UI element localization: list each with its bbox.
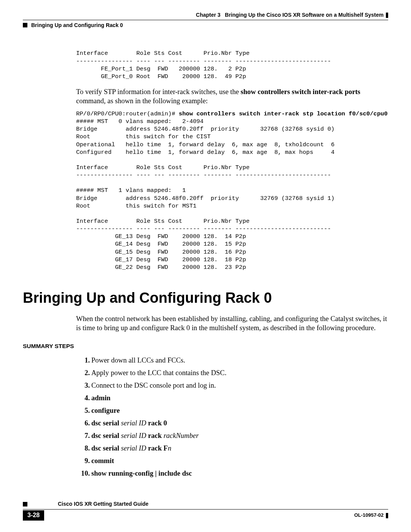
guide-title: Cisco IOS XR Getting Started Guide: [58, 501, 148, 507]
cli-output: ##### MST 0 vlans mapped: 2-4094 Bridge …: [76, 118, 335, 271]
step-item: dsc serial serial ID rack Fn: [91, 444, 388, 453]
section-heading: Bringing Up and Configuring Rack 0: [23, 289, 388, 307]
step-item: Power down all LCCs and FCCs.: [91, 356, 388, 365]
cli-command: show controllers switch inter-rack stp l…: [179, 110, 388, 117]
cli-prompt: RP/0/RP0/CPU0:router(admin)#: [76, 110, 179, 117]
inline-command: show controllers switch inter-rack ports: [241, 88, 360, 96]
intro-paragraph: When the control network has been establ…: [76, 314, 388, 332]
summary-steps-label: SUMMARY STEPS: [23, 342, 388, 350]
step-item: dsc serial serial ID rack rackNumber: [91, 431, 388, 440]
step-item: Apply power to the LCC that contains the…: [91, 368, 388, 377]
doc-id: OL-10957-02: [354, 512, 388, 519]
step-item: show running-config | include dsc: [91, 469, 388, 478]
step-item: configure: [91, 406, 388, 415]
summary-steps-list: Power down all LCCs and FCCs. Apply powe…: [76, 356, 388, 478]
running-header-left: Bringing Up and Configuring Rack 0: [23, 20, 388, 29]
running-header-right: Chapter 3 Bringing Up the Cisco IOS XR S…: [23, 11, 388, 18]
footer-square-icon: [23, 502, 27, 506]
step-item: Connect to the DSC console port and log …: [91, 381, 388, 390]
body-paragraph-1: To verify STP information for inter-rack…: [76, 87, 388, 105]
section-title: Bringing Up and Configuring Rack 0: [31, 22, 123, 28]
page-number: 3-28: [23, 510, 44, 521]
header-square-icon: [23, 23, 27, 27]
step-item: commit: [91, 456, 388, 465]
step-item: dsc serial serial ID rack 0: [91, 419, 388, 428]
page-footer: Cisco IOS XR Getting Started Guide 3-28 …: [23, 499, 388, 521]
code-output-1: Interface Role Sts Cost Prio.Nbr Type --…: [76, 50, 388, 80]
chapter-title: Bringing Up the Cisco IOS XR Software on…: [225, 12, 384, 18]
code-output-2: RP/0/RP0/CPU0:router(admin)# show contro…: [76, 110, 388, 271]
chapter-label: Chapter 3: [196, 12, 221, 18]
step-item: admin: [91, 393, 388, 403]
